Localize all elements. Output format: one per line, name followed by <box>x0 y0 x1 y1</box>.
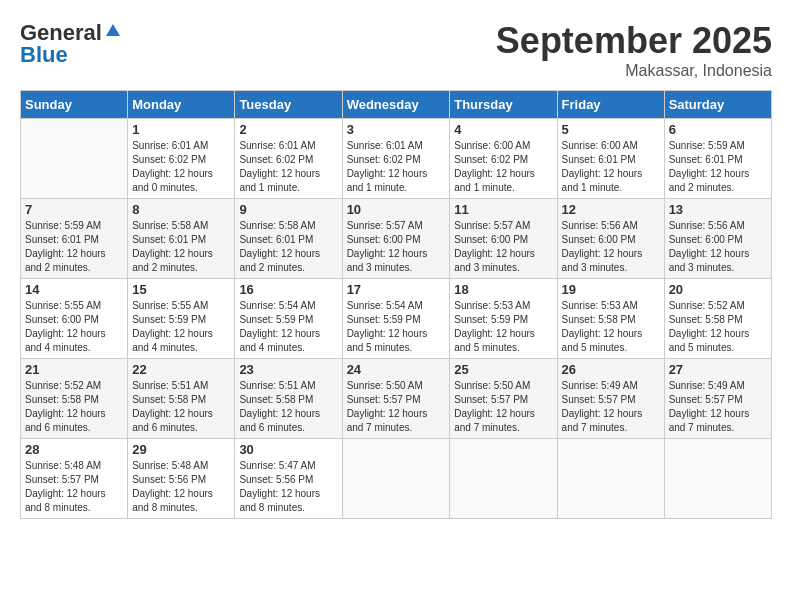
day-number: 29 <box>132 442 230 457</box>
day-number: 1 <box>132 122 230 137</box>
day-info: Sunrise: 5:59 AM Sunset: 6:01 PM Dayligh… <box>25 219 123 275</box>
calendar-week-row: 1Sunrise: 6:01 AM Sunset: 6:02 PM Daylig… <box>21 119 772 199</box>
day-number: 12 <box>562 202 660 217</box>
weekday-header-saturday: Saturday <box>664 91 771 119</box>
day-number: 21 <box>25 362 123 377</box>
weekday-header-thursday: Thursday <box>450 91 557 119</box>
day-info: Sunrise: 5:48 AM Sunset: 5:57 PM Dayligh… <box>25 459 123 515</box>
day-info: Sunrise: 5:50 AM Sunset: 5:57 PM Dayligh… <box>454 379 552 435</box>
calendar-cell: 10Sunrise: 5:57 AM Sunset: 6:00 PM Dayli… <box>342 199 450 279</box>
day-info: Sunrise: 6:01 AM Sunset: 6:02 PM Dayligh… <box>347 139 446 195</box>
calendar-week-row: 28Sunrise: 5:48 AM Sunset: 5:57 PM Dayli… <box>21 439 772 519</box>
day-number: 19 <box>562 282 660 297</box>
day-info: Sunrise: 6:01 AM Sunset: 6:02 PM Dayligh… <box>132 139 230 195</box>
day-info: Sunrise: 5:49 AM Sunset: 5:57 PM Dayligh… <box>562 379 660 435</box>
day-number: 24 <box>347 362 446 377</box>
day-info: Sunrise: 5:55 AM Sunset: 5:59 PM Dayligh… <box>132 299 230 355</box>
calendar-week-row: 14Sunrise: 5:55 AM Sunset: 6:00 PM Dayli… <box>21 279 772 359</box>
calendar-cell: 15Sunrise: 5:55 AM Sunset: 5:59 PM Dayli… <box>128 279 235 359</box>
calendar-cell: 18Sunrise: 5:53 AM Sunset: 5:59 PM Dayli… <box>450 279 557 359</box>
calendar-cell: 2Sunrise: 6:01 AM Sunset: 6:02 PM Daylig… <box>235 119 342 199</box>
calendar-cell: 16Sunrise: 5:54 AM Sunset: 5:59 PM Dayli… <box>235 279 342 359</box>
day-number: 5 <box>562 122 660 137</box>
day-info: Sunrise: 5:57 AM Sunset: 6:00 PM Dayligh… <box>454 219 552 275</box>
calendar-cell <box>342 439 450 519</box>
day-info: Sunrise: 5:58 AM Sunset: 6:01 PM Dayligh… <box>132 219 230 275</box>
day-info: Sunrise: 6:00 AM Sunset: 6:01 PM Dayligh… <box>562 139 660 195</box>
day-number: 10 <box>347 202 446 217</box>
day-info: Sunrise: 5:51 AM Sunset: 5:58 PM Dayligh… <box>132 379 230 435</box>
weekday-header-tuesday: Tuesday <box>235 91 342 119</box>
calendar-cell: 30Sunrise: 5:47 AM Sunset: 5:56 PM Dayli… <box>235 439 342 519</box>
calendar-week-row: 7Sunrise: 5:59 AM Sunset: 6:01 PM Daylig… <box>21 199 772 279</box>
svg-marker-0 <box>106 24 120 36</box>
logo-icon <box>104 22 122 40</box>
day-info: Sunrise: 5:56 AM Sunset: 6:00 PM Dayligh… <box>669 219 767 275</box>
day-number: 9 <box>239 202 337 217</box>
calendar-cell: 22Sunrise: 5:51 AM Sunset: 5:58 PM Dayli… <box>128 359 235 439</box>
day-info: Sunrise: 5:58 AM Sunset: 6:01 PM Dayligh… <box>239 219 337 275</box>
day-info: Sunrise: 5:54 AM Sunset: 5:59 PM Dayligh… <box>347 299 446 355</box>
day-info: Sunrise: 5:48 AM Sunset: 5:56 PM Dayligh… <box>132 459 230 515</box>
calendar-cell: 1Sunrise: 6:01 AM Sunset: 6:02 PM Daylig… <box>128 119 235 199</box>
title-section: September 2025 Makassar, Indonesia <box>496 20 772 80</box>
calendar-cell: 27Sunrise: 5:49 AM Sunset: 5:57 PM Dayli… <box>664 359 771 439</box>
day-number: 16 <box>239 282 337 297</box>
day-info: Sunrise: 5:51 AM Sunset: 5:58 PM Dayligh… <box>239 379 337 435</box>
day-number: 14 <box>25 282 123 297</box>
day-number: 3 <box>347 122 446 137</box>
day-number: 18 <box>454 282 552 297</box>
calendar-cell <box>450 439 557 519</box>
calendar-cell: 8Sunrise: 5:58 AM Sunset: 6:01 PM Daylig… <box>128 199 235 279</box>
weekday-header-friday: Friday <box>557 91 664 119</box>
calendar-cell: 6Sunrise: 5:59 AM Sunset: 6:01 PM Daylig… <box>664 119 771 199</box>
day-info: Sunrise: 5:54 AM Sunset: 5:59 PM Dayligh… <box>239 299 337 355</box>
calendar-cell: 17Sunrise: 5:54 AM Sunset: 5:59 PM Dayli… <box>342 279 450 359</box>
calendar-cell: 26Sunrise: 5:49 AM Sunset: 5:57 PM Dayli… <box>557 359 664 439</box>
calendar-cell: 5Sunrise: 6:00 AM Sunset: 6:01 PM Daylig… <box>557 119 664 199</box>
day-info: Sunrise: 5:59 AM Sunset: 6:01 PM Dayligh… <box>669 139 767 195</box>
day-info: Sunrise: 5:55 AM Sunset: 6:00 PM Dayligh… <box>25 299 123 355</box>
day-number: 30 <box>239 442 337 457</box>
day-number: 28 <box>25 442 123 457</box>
calendar-cell: 12Sunrise: 5:56 AM Sunset: 6:00 PM Dayli… <box>557 199 664 279</box>
calendar-cell: 25Sunrise: 5:50 AM Sunset: 5:57 PM Dayli… <box>450 359 557 439</box>
page-header: General Blue September 2025 Makassar, In… <box>20 20 772 80</box>
calendar-cell: 24Sunrise: 5:50 AM Sunset: 5:57 PM Dayli… <box>342 359 450 439</box>
day-number: 11 <box>454 202 552 217</box>
day-number: 25 <box>454 362 552 377</box>
day-number: 27 <box>669 362 767 377</box>
day-info: Sunrise: 5:57 AM Sunset: 6:00 PM Dayligh… <box>347 219 446 275</box>
calendar-table: SundayMondayTuesdayWednesdayThursdayFrid… <box>20 90 772 519</box>
day-number: 6 <box>669 122 767 137</box>
calendar-cell <box>664 439 771 519</box>
calendar-cell: 29Sunrise: 5:48 AM Sunset: 5:56 PM Dayli… <box>128 439 235 519</box>
calendar-cell: 20Sunrise: 5:52 AM Sunset: 5:58 PM Dayli… <box>664 279 771 359</box>
location: Makassar, Indonesia <box>496 62 772 80</box>
calendar-cell: 28Sunrise: 5:48 AM Sunset: 5:57 PM Dayli… <box>21 439 128 519</box>
day-info: Sunrise: 5:49 AM Sunset: 5:57 PM Dayligh… <box>669 379 767 435</box>
weekday-header-row: SundayMondayTuesdayWednesdayThursdayFrid… <box>21 91 772 119</box>
weekday-header-sunday: Sunday <box>21 91 128 119</box>
calendar-cell: 23Sunrise: 5:51 AM Sunset: 5:58 PM Dayli… <box>235 359 342 439</box>
day-number: 4 <box>454 122 552 137</box>
day-info: Sunrise: 5:52 AM Sunset: 5:58 PM Dayligh… <box>25 379 123 435</box>
day-number: 8 <box>132 202 230 217</box>
day-info: Sunrise: 5:53 AM Sunset: 5:59 PM Dayligh… <box>454 299 552 355</box>
day-number: 7 <box>25 202 123 217</box>
day-number: 22 <box>132 362 230 377</box>
calendar-cell: 11Sunrise: 5:57 AM Sunset: 6:00 PM Dayli… <box>450 199 557 279</box>
day-info: Sunrise: 5:56 AM Sunset: 6:00 PM Dayligh… <box>562 219 660 275</box>
day-number: 17 <box>347 282 446 297</box>
day-info: Sunrise: 6:01 AM Sunset: 6:02 PM Dayligh… <box>239 139 337 195</box>
logo-blue-text: Blue <box>20 42 68 68</box>
calendar-cell: 13Sunrise: 5:56 AM Sunset: 6:00 PM Dayli… <box>664 199 771 279</box>
day-info: Sunrise: 5:52 AM Sunset: 5:58 PM Dayligh… <box>669 299 767 355</box>
calendar-cell: 14Sunrise: 5:55 AM Sunset: 6:00 PM Dayli… <box>21 279 128 359</box>
day-number: 23 <box>239 362 337 377</box>
weekday-header-wednesday: Wednesday <box>342 91 450 119</box>
day-number: 13 <box>669 202 767 217</box>
calendar-cell: 21Sunrise: 5:52 AM Sunset: 5:58 PM Dayli… <box>21 359 128 439</box>
day-info: Sunrise: 5:47 AM Sunset: 5:56 PM Dayligh… <box>239 459 337 515</box>
day-number: 20 <box>669 282 767 297</box>
